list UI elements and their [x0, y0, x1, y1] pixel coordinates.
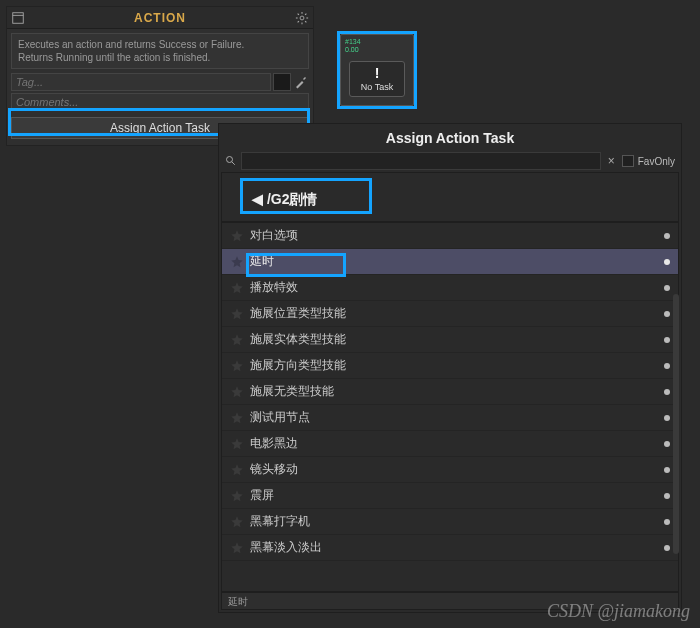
task-node[interactable]: #134 0.00 ! No Task: [340, 34, 414, 106]
star-icon[interactable]: [230, 515, 244, 529]
svg-line-7: [298, 13, 299, 14]
svg-line-10: [305, 13, 306, 14]
panel-title: ACTION: [25, 11, 295, 25]
task-list: 对白选项延时播放特效施展位置类型技能施展实体类型技能施展方向类型技能施展无类型技…: [221, 222, 679, 592]
tag-input[interactable]: [11, 73, 271, 91]
item-label: 施展无类型技能: [250, 383, 664, 400]
item-dot: [664, 545, 670, 551]
node-label: No Task: [361, 82, 393, 92]
color-swatch[interactable]: [273, 73, 291, 91]
list-item[interactable]: 施展实体类型技能: [222, 327, 678, 353]
star-icon[interactable]: [230, 229, 244, 243]
item-dot: [664, 233, 670, 239]
breadcrumb[interactable]: ◀ /G2剧情: [221, 172, 679, 222]
gear-icon[interactable]: [295, 11, 309, 25]
star-icon[interactable]: [230, 411, 244, 425]
item-label: 测试用节点: [250, 409, 664, 426]
star-icon[interactable]: [230, 541, 244, 555]
item-dot: [664, 337, 670, 343]
item-dot: [664, 519, 670, 525]
item-label: 施展方向类型技能: [250, 357, 664, 374]
favonly-checkbox[interactable]: [622, 155, 634, 167]
breadcrumb-path: /G2剧情: [267, 191, 318, 207]
svg-point-11: [227, 157, 233, 163]
item-dot: [664, 493, 670, 499]
search-icon: [225, 155, 237, 167]
list-item[interactable]: 测试用节点: [222, 405, 678, 431]
action-header: ACTION: [7, 7, 313, 29]
node-body: ! No Task: [349, 61, 405, 97]
star-icon[interactable]: [230, 281, 244, 295]
star-icon[interactable]: [230, 307, 244, 321]
item-label: 震屏: [250, 487, 664, 504]
star-icon[interactable]: [230, 359, 244, 373]
list-item[interactable]: 黑幕淡入淡出: [222, 535, 678, 561]
star-icon[interactable]: [230, 463, 244, 477]
item-label: 施展实体类型技能: [250, 331, 664, 348]
item-dot: [664, 285, 670, 291]
star-icon[interactable]: [230, 255, 244, 269]
item-dot: [664, 389, 670, 395]
list-item[interactable]: 震屏: [222, 483, 678, 509]
svg-line-12: [232, 162, 235, 165]
list-item[interactable]: 电影黑边: [222, 431, 678, 457]
list-item[interactable]: 对白选项: [222, 223, 678, 249]
back-arrow-icon: ◀: [252, 191, 263, 207]
item-label: 黑幕打字机: [250, 513, 664, 530]
item-dot: [664, 415, 670, 421]
star-icon[interactable]: [230, 437, 244, 451]
item-dot: [664, 311, 670, 317]
item-label: 播放特效: [250, 279, 664, 296]
item-label: 电影黑边: [250, 435, 664, 452]
window-icon[interactable]: [11, 11, 25, 25]
list-item[interactable]: 施展方向类型技能: [222, 353, 678, 379]
warning-icon: !: [375, 66, 380, 80]
list-item[interactable]: 播放特效: [222, 275, 678, 301]
item-label: 施展位置类型技能: [250, 305, 664, 322]
comments-input[interactable]: [11, 93, 309, 111]
item-label: 镜头移动: [250, 461, 664, 478]
list-item[interactable]: 延时: [222, 249, 678, 275]
node-id: #134 0.00: [341, 35, 413, 54]
item-dot: [664, 441, 670, 447]
clear-search-button[interactable]: ×: [605, 154, 618, 168]
assign-task-panel: Assign Action Task × FavOnly ◀ /G2剧情 对白选…: [218, 123, 682, 613]
list-item[interactable]: 镜头移动: [222, 457, 678, 483]
item-dot: [664, 363, 670, 369]
assign-panel-title: Assign Action Task: [219, 124, 681, 152]
item-dot: [664, 259, 670, 265]
item-label: 延时: [250, 253, 664, 270]
description-text: Executes an action and returns Success o…: [11, 33, 309, 69]
svg-point-2: [300, 16, 304, 20]
star-icon[interactable]: [230, 489, 244, 503]
item-dot: [664, 467, 670, 473]
svg-line-8: [305, 21, 306, 22]
favonly-label: FavOnly: [638, 156, 675, 167]
star-icon[interactable]: [230, 385, 244, 399]
list-item[interactable]: 黑幕打字机: [222, 509, 678, 535]
item-label: 黑幕淡入淡出: [250, 539, 664, 556]
eyedropper-icon[interactable]: [293, 74, 309, 90]
scrollbar[interactable]: [673, 294, 679, 554]
search-input[interactable]: [241, 152, 601, 170]
svg-rect-0: [13, 12, 24, 23]
status-bar: 延时: [221, 592, 679, 610]
star-icon[interactable]: [230, 333, 244, 347]
list-item[interactable]: 施展无类型技能: [222, 379, 678, 405]
list-item[interactable]: 施展位置类型技能: [222, 301, 678, 327]
svg-line-9: [298, 21, 299, 22]
item-label: 对白选项: [250, 227, 664, 244]
